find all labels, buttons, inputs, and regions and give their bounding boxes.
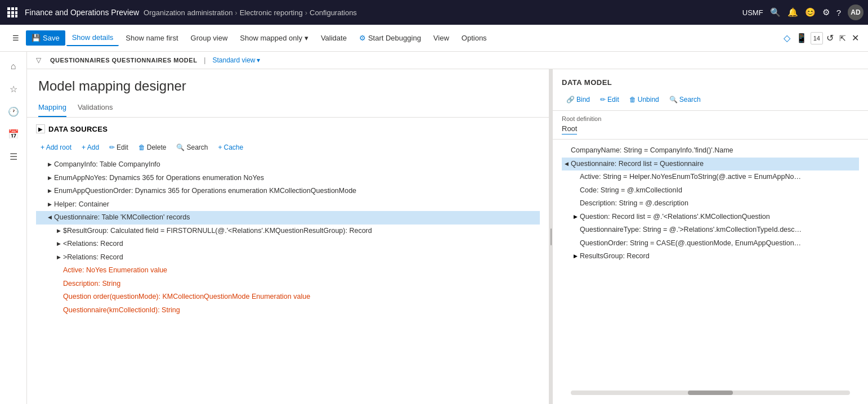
sidebar-star-icon[interactable]: ☆ [3,79,24,99]
dm-item-question[interactable]: ▶ Question: Record list = @.'<Relations'… [562,210,859,224]
tree-item-helper[interactable]: ▶ Helper: Container [36,198,540,212]
delete-icon: 🗑 [138,143,145,151]
breadcrumb-er[interactable]: Electronic reporting [240,8,303,17]
tree-item-questionnaire-km[interactable]: Questionnaire(kmCollectionId): String [36,304,540,317]
user-avatar[interactable]: AD [848,5,863,20]
ds-toolbar: + Add root + Add ✏ Edit 🗑 Delete 🔍 Se [36,139,540,158]
emoji-icon[interactable]: 😊 [805,7,816,17]
tree-item-relations-in[interactable]: ▶ <Relations: Record [36,237,540,251]
view-button[interactable]: View [428,30,455,46]
show-mapped-only-button[interactable]: Show mapped only ▾ [234,30,314,46]
sidebar-calendar-icon[interactable]: 📅 [3,124,24,144]
tree-item-active[interactable]: Active: NoYes Enumeration value [36,264,540,277]
unbind-button[interactable]: 🗑 Unbind [625,93,664,106]
dm-item-code[interactable]: Code: String = @.kmCollectionId [562,184,859,197]
tree-item-resultgroup[interactable]: ▶ $ResultGroup: Calculated field = FIRST… [36,225,540,238]
add-root-button[interactable]: + Add root [36,141,76,154]
breadcrumb-org[interactable]: Organization administration [144,8,232,17]
tree-item-description[interactable]: Description: String [36,277,540,291]
expand-toggle[interactable]: ▶ [54,253,63,262]
help-icon[interactable]: ? [836,8,841,17]
expand-toggle[interactable]: ◀ [45,213,54,222]
diamond-icon[interactable]: ◇ [781,30,793,46]
standard-view-selector[interactable]: Standard view ▾ [212,56,259,64]
dm-item-desc[interactable]: Description: String = @.description [562,197,859,210]
sidebar-list-icon[interactable]: ☰ [3,146,24,167]
svg-rect-1 [11,7,14,10]
dm-item-questionorder[interactable]: QuestionOrder: String = CASE(@.questionM… [562,237,859,250]
save-button[interactable]: 💾 Save [26,30,65,46]
svg-rect-5 [15,11,17,14]
sidebar-home-icon[interactable]: ⌂ [3,56,24,77]
tree-item-companyinfo[interactable]: ▶ CompanyInfo: Table CompanyInfo [36,158,540,172]
mobile-icon[interactable]: 📱 [794,30,809,46]
options-button[interactable]: Options [456,30,493,46]
svg-rect-7 [11,15,14,17]
left-sidebar: ⌂ ☆ 🕐 📅 ☰ [0,52,27,404]
popout-icon[interactable]: ⇱ [837,32,848,45]
dm-expand-toggle[interactable]: ▶ [571,212,580,221]
scrollbar-thumb[interactable] [688,390,733,395]
close-icon[interactable]: ✕ [849,30,861,46]
search-icon-top[interactable]: 🔍 [770,7,781,17]
breadcrumb-conf[interactable]: Configurations [310,8,357,17]
tree-item-questionorder[interactable]: Question order(questionMode): KMCollecti… [36,290,540,304]
root-definition-label: Root definition [562,115,859,122]
filter-icon[interactable]: ▽ [36,56,41,64]
dm-item-questionnaire[interactable]: ◀ Questionnaire: Record list = Questionn… [562,158,859,171]
show-details-button[interactable]: Show details [66,30,119,46]
debug-icon: ⚙ [359,34,366,42]
refresh-icon[interactable]: ↺ [824,30,836,46]
expand-toggle[interactable]: ▶ [45,186,54,195]
data-sources-tree: ▶ CompanyInfo: Table CompanyInfo ▶ EnumA… [36,158,540,317]
tabs-container: Mapping Validations [27,98,549,118]
cache-button[interactable]: + Cache [213,141,248,154]
expand-toggle[interactable]: ▶ [54,226,63,235]
dm-expand-toggle[interactable]: ◀ [562,159,571,168]
dm-item-resultsgroup[interactable]: ▶ ResultsGroup: Record [562,250,859,263]
dm-item-questionnairetype[interactable]: QuestionnaireType: String = @.'>Relation… [562,223,859,237]
top-breadcrumb: Organization administration › Electronic… [144,8,738,17]
dm-expand-toggle[interactable]: ▶ [571,252,580,261]
dm-edit-button[interactable]: ✏ Edit [596,93,624,106]
app-grid-button[interactable] [5,5,20,20]
horizontal-scrollbar[interactable] [571,390,850,395]
start-debugging-button[interactable]: ⚙ Start Debugging [354,30,427,46]
tree-item-questionnaire[interactable]: ◀ Questionnaire: Table 'KMCollection' re… [36,211,540,225]
tree-item-relations-out[interactable]: ▶ >Relations: Record [36,251,540,264]
unbind-icon: 🗑 [629,96,636,104]
dm-search-button[interactable]: 🔍 Search [665,93,705,106]
sidebar-recent-icon[interactable]: 🕐 [3,101,24,122]
search-icon: 🔍 [176,143,185,151]
dm-item-companyname[interactable]: CompanyName: String = CompanyInfo.'find(… [562,144,859,158]
tree-item-enumappquestionorder[interactable]: ▶ EnumAppQuestionOrder: Dynamics 365 for… [36,185,540,198]
hamburger-button[interactable]: ☰ [7,30,25,46]
data-sources-container: ▶ DATA SOURCES + Add root + Add ✏ Edit 🗑 [27,118,549,404]
group-view-button[interactable]: Group view [185,30,234,46]
ds-collapse-toggle[interactable]: ▶ [36,124,45,133]
expand-toggle[interactable]: ▶ [45,160,54,169]
settings-icon[interactable]: ⚙ [822,7,830,17]
expand-toggle[interactable]: ▶ [45,200,54,209]
edit-icon: ✏ [109,143,115,151]
bind-button[interactable]: 🔗 Bind [562,93,594,106]
company-selector[interactable]: USMF [742,8,763,17]
expand-toggle[interactable]: ▶ [54,239,63,248]
badge-icon[interactable]: 14 [811,32,823,44]
edit-button[interactable]: ✏ Edit [105,141,133,154]
delete-button[interactable]: 🗑 Delete [134,141,171,154]
dm-item-active[interactable]: Active: String = Helper.NoYesEnumToStrin… [562,170,859,184]
data-sources-title: DATA SOURCES [48,125,108,133]
plus-icon: + [218,143,222,151]
tree-item-enumappnoyes[interactable]: ▶ EnumAppNoYes: Dynamics 365 for Operati… [36,172,540,185]
notification-icon[interactable]: 🔔 [788,7,798,17]
expand-toggle[interactable]: ▶ [45,173,54,182]
save-icon: 💾 [32,34,41,42]
search-button[interactable]: 🔍 Search [172,141,212,154]
tab-mapping[interactable]: Mapping [38,98,66,117]
add-button[interactable]: + Add [77,141,104,154]
tab-validations[interactable]: Validations [78,98,113,117]
show-name-first-button[interactable]: Show name first [120,30,184,46]
validate-button[interactable]: Validate [315,30,352,46]
dm-edit-icon: ✏ [600,96,606,104]
